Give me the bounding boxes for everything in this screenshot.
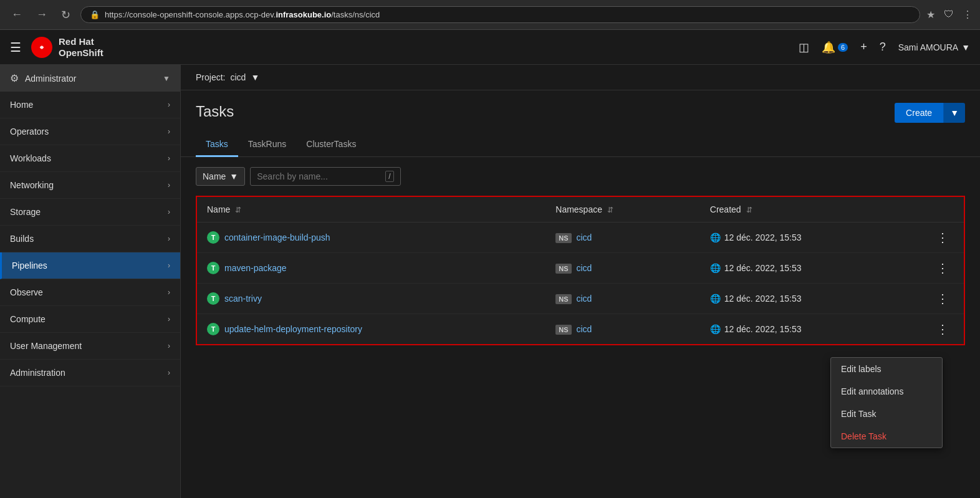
tab-clustertasks[interactable]: ClusterTasks <box>296 133 366 157</box>
col-header-namespace[interactable]: Namespace ⇵ <box>545 196 700 223</box>
row-actions-cell: ⋮ <box>921 223 964 253</box>
ns-badge: NS <box>555 294 571 304</box>
notification-button[interactable]: 🔔 6 <box>822 41 848 54</box>
reload-button[interactable]: ↻ <box>57 6 74 24</box>
browser-bar: ← → ↻ 🔒 https://console-openshift-consol… <box>0 0 980 30</box>
create-dropdown-button[interactable]: ▼ <box>943 103 965 123</box>
namespace-cell: NS cicd <box>545 284 700 314</box>
sidebar-item-builds[interactable]: Builds › <box>0 226 180 252</box>
col-header-created[interactable]: Created ⇵ <box>700 196 921 223</box>
task-type-icon: T <box>207 231 219 244</box>
user-menu[interactable]: Sami AMOURA ▼ <box>898 42 970 52</box>
sidebar-role-selector[interactable]: ⚙ Administrator ▼ <box>0 65 180 92</box>
ns-badge: NS <box>555 264 571 274</box>
nav-actions: ◫ 🔔 6 + ? Sami AMOURA ▼ <box>799 41 970 54</box>
tab-taskruns[interactable]: TaskRuns <box>238 133 296 157</box>
menu-icon[interactable]: ⋮ <box>963 9 973 21</box>
back-button[interactable]: ← <box>7 6 26 24</box>
hamburger-button[interactable]: ☰ <box>10 40 21 55</box>
top-navbar: ☰ Red Hat OpenShift ◫ 🔔 6 + ? Sami AMOUR <box>0 30 980 65</box>
sidebar-item-workloads[interactable]: Workloads › <box>0 145 180 172</box>
sidebar-item-compute[interactable]: Compute › <box>0 306 180 333</box>
created-cell: 🌐 12 déc. 2022, 15:53 <box>700 314 921 345</box>
sidebar-item-home[interactable]: Home › <box>0 92 180 118</box>
chevron-icon: › <box>168 208 170 216</box>
shield-icon: 🛡 <box>944 9 954 21</box>
table-row: T update-helm-deployment-repository NS c… <box>196 314 964 345</box>
namespace-link[interactable]: cicd <box>576 324 592 334</box>
sidebar-item-user-management[interactable]: User Management › <box>0 333 180 360</box>
url-bar[interactable]: 🔒 https://console-openshift-console.apps… <box>80 6 920 23</box>
row-actions-button[interactable]: ⋮ <box>931 230 954 245</box>
created-cell: 🌐 12 déc. 2022, 15:53 <box>700 284 921 314</box>
sort-icon-name: ⇵ <box>235 206 241 214</box>
sidebar-item-administration[interactable]: Administration › <box>0 360 180 386</box>
sidebar-item-pipelines[interactable]: Pipelines › <box>0 252 180 279</box>
task-name-link[interactable]: container-image-build-push <box>224 232 330 242</box>
table-row: T maven-package NS cicd 🌐 <box>196 253 964 284</box>
filter-dropdown[interactable]: Name ▼ <box>196 167 245 186</box>
brand-logo <box>31 37 52 58</box>
created-date: 12 déc. 2022, 15:53 <box>724 324 802 334</box>
chevron-icon: › <box>168 261 170 270</box>
task-name-cell: T update-helm-deployment-repository <box>196 314 545 345</box>
chevron-icon: › <box>168 234 170 243</box>
task-type-icon: T <box>207 323 219 335</box>
namespace-link[interactable]: cicd <box>576 263 592 273</box>
sidebar-item-networking[interactable]: Networking › <box>0 172 180 199</box>
task-type-icon: T <box>207 262 219 274</box>
task-name-cell: T container-image-build-push <box>196 223 545 253</box>
forward-button[interactable]: → <box>32 6 51 24</box>
namespace-cell: NS cicd <box>545 314 700 345</box>
chevron-icon: › <box>168 368 170 377</box>
sidebar: ⚙ Administrator ▼ Home › Operators › Wor… <box>0 65 181 498</box>
created-cell: 🌐 12 déc. 2022, 15:53 <box>700 223 921 253</box>
task-name-link[interactable]: scan-trivy <box>224 294 262 304</box>
namespace-cell: NS cicd <box>545 223 700 253</box>
user-menu-chevron: ▼ <box>961 42 970 52</box>
namespace-link[interactable]: cicd <box>576 232 592 242</box>
ns-badge: NS <box>555 325 571 335</box>
grid-icon-button[interactable]: ◫ <box>799 41 809 54</box>
sidebar-item-operators[interactable]: Operators › <box>0 118 180 145</box>
task-name-link[interactable]: update-helm-deployment-repository <box>224 324 362 334</box>
sidebar-item-observe[interactable]: Observe › <box>0 279 180 306</box>
search-shortcut: / <box>385 171 393 182</box>
row-actions-button[interactable]: ⋮ <box>931 291 954 306</box>
add-button[interactable]: + <box>860 41 867 54</box>
project-dropdown-button[interactable]: ▼ <box>251 72 259 82</box>
col-header-name[interactable]: Name ⇵ <box>196 196 545 223</box>
url-text: https://console-openshift-console.apps.o… <box>105 10 380 19</box>
context-menu-delete-task[interactable]: Delete Task <box>831 425 942 448</box>
bookmark-icon[interactable]: ★ <box>926 9 935 21</box>
user-name: Sami AMOURA <box>898 42 958 52</box>
sidebar-item-storage[interactable]: Storage › <box>0 199 180 226</box>
created-date: 12 déc. 2022, 15:53 <box>724 232 802 242</box>
create-button[interactable]: Create <box>895 103 943 123</box>
role-chevron: ▼ <box>163 74 170 83</box>
table-row: T scan-trivy NS cicd 🌐 <box>196 284 964 314</box>
row-actions-button[interactable]: ⋮ <box>931 322 954 337</box>
context-menu-edit-task[interactable]: Edit Task <box>831 403 942 425</box>
table-row: T container-image-build-push NS cicd � <box>196 223 964 253</box>
chevron-icon: › <box>168 127 170 136</box>
globe-icon: 🌐 <box>710 263 721 273</box>
browser-actions: ★ 🛡 ⋮ <box>926 9 973 21</box>
namespace-link[interactable]: cicd <box>576 294 592 304</box>
search-input[interactable] <box>257 171 382 181</box>
chevron-icon: › <box>168 100 170 109</box>
row-actions-cell: ⋮ <box>921 284 964 314</box>
context-menu-edit-annotations[interactable]: Edit annotations <box>831 380 942 403</box>
tabs: Tasks TaskRuns ClusterTasks <box>181 133 980 157</box>
created-date: 12 déc. 2022, 15:53 <box>724 294 802 304</box>
col-header-actions <box>921 196 964 223</box>
row-actions-button[interactable]: ⋮ <box>931 261 954 275</box>
filter-dropdown-chevron: ▼ <box>229 171 238 181</box>
tab-tasks[interactable]: Tasks <box>196 133 238 157</box>
task-name-link[interactable]: maven-package <box>224 263 287 273</box>
namespace-cell: NS cicd <box>545 253 700 284</box>
chevron-icon: › <box>168 342 170 350</box>
page-header: Tasks Create ▼ <box>181 90 980 123</box>
context-menu-edit-labels[interactable]: Edit labels <box>831 358 942 380</box>
help-button[interactable]: ? <box>880 41 886 54</box>
